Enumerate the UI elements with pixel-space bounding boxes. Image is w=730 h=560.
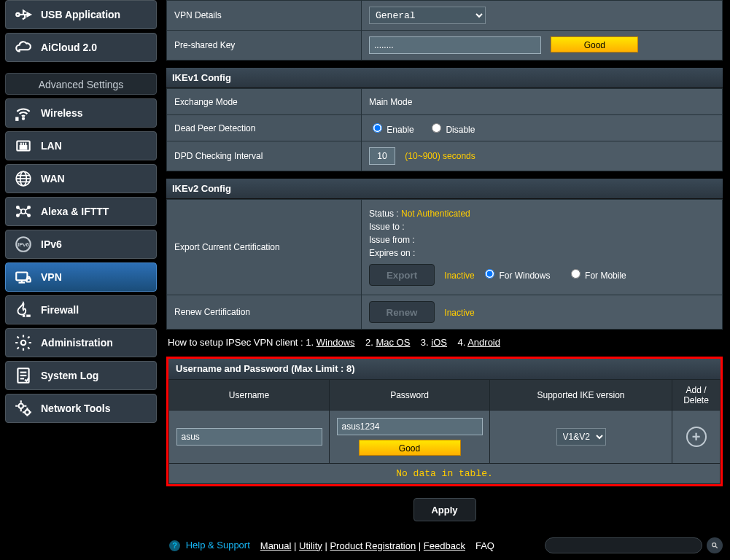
renew-cert-button[interactable]: Renew bbox=[369, 301, 435, 323]
help-support-link[interactable]: Help & Support bbox=[186, 540, 250, 551]
dpd-disable-radio[interactable] bbox=[432, 123, 441, 133]
howto-link-windows[interactable]: Windows bbox=[317, 337, 355, 348]
sidebar-item-vpn[interactable]: VPN bbox=[5, 262, 157, 292]
psk-strength-badge: Good bbox=[551, 36, 638, 52]
dpd-disable-option[interactable]: Disable bbox=[428, 125, 475, 135]
sidebar-item-ipv6[interactable]: IPv6 IPv6 bbox=[5, 230, 157, 259]
svg-text:IPv6: IPv6 bbox=[18, 241, 29, 248]
sidebar-item-label: WAN bbox=[41, 173, 65, 184]
svg-point-36 bbox=[19, 404, 24, 409]
sidebar-item-firewall[interactable]: Firewall bbox=[5, 295, 157, 324]
sidebar-item-label: Wireless bbox=[41, 107, 82, 119]
howto-link-macos[interactable]: Mac OS bbox=[376, 337, 410, 348]
lan-icon bbox=[13, 136, 34, 156]
user-table-highlight: Username and Password (Max Limit : 8) Us… bbox=[166, 357, 723, 486]
svg-point-31 bbox=[21, 341, 26, 346]
for-windows-option[interactable]: For Windows bbox=[481, 271, 550, 281]
sidebar-advanced-header: Advanced Settings bbox=[5, 73, 157, 95]
dpd-interval-input[interactable] bbox=[369, 147, 395, 165]
vpn-icon bbox=[13, 267, 34, 287]
footer-utility-link[interactable]: Utility bbox=[299, 540, 322, 551]
svg-rect-3 bbox=[16, 118, 18, 120]
psk-input[interactable] bbox=[369, 36, 541, 54]
dpd-enable-option[interactable]: Enable bbox=[369, 125, 414, 135]
ipv6-icon: IPv6 bbox=[13, 234, 34, 254]
footer-product-reg-link[interactable]: Product Registration bbox=[330, 540, 416, 551]
vpn-details-label: VPN Details bbox=[167, 1, 362, 31]
no-data-message: No data in table. bbox=[168, 464, 721, 484]
footer-faq-label: FAQ bbox=[475, 540, 494, 551]
user-table-header: Username and Password (Max Limit : 8) bbox=[168, 359, 721, 379]
sidebar-item-lan[interactable]: LAN bbox=[5, 131, 157, 160]
apply-button[interactable]: Apply bbox=[413, 498, 476, 521]
howto-link-android[interactable]: Android bbox=[467, 337, 500, 348]
col-ike-version: Supported IKE version bbox=[490, 380, 672, 411]
globe-icon bbox=[13, 168, 34, 189]
renew-cert-label: Renew Certification bbox=[167, 295, 362, 330]
svg-point-37 bbox=[25, 410, 29, 415]
svg-point-2 bbox=[23, 118, 24, 120]
ikev1-header: IKEv1 Config bbox=[166, 68, 723, 88]
svg-rect-29 bbox=[23, 315, 31, 317]
footer-manual-link[interactable]: Manual bbox=[260, 540, 292, 551]
svg-rect-28 bbox=[26, 279, 30, 281]
sidebar-item-aicloud[interactable]: AiCloud 2.0 bbox=[5, 33, 157, 62]
svg-point-38 bbox=[712, 543, 716, 547]
footer: ? Help & Support Manual | Utility | Prod… bbox=[166, 533, 723, 558]
for-windows-radio[interactable] bbox=[485, 269, 494, 279]
search-icon bbox=[711, 541, 718, 550]
faq-search-input[interactable] bbox=[545, 537, 702, 553]
sidebar-item-usb-application[interactable]: USB Application bbox=[5, 0, 157, 29]
sidebar-item-label: Alexa & IFTTT bbox=[41, 206, 109, 217]
export-cert-label: Export Current Certification bbox=[167, 200, 362, 295]
sidebar-item-label: System Log bbox=[41, 370, 98, 381]
cert-status-label: Status : bbox=[369, 209, 399, 219]
export-cert-button[interactable]: Export bbox=[369, 264, 435, 286]
svg-point-0 bbox=[16, 13, 19, 16]
renew-state: Inactive bbox=[444, 308, 474, 318]
user-input-row: Good V1&V2 + bbox=[169, 411, 721, 464]
log-icon bbox=[13, 365, 34, 386]
sidebar-item-label: Firewall bbox=[41, 304, 79, 316]
sidebar-item-label: Network Tools bbox=[41, 402, 110, 414]
cloud-icon bbox=[13, 37, 34, 58]
dpd-enable-radio[interactable] bbox=[373, 123, 382, 133]
svg-rect-5 bbox=[20, 146, 27, 149]
footer-feedback-link[interactable]: Feedback bbox=[424, 540, 465, 551]
sidebar-item-wan[interactable]: WAN bbox=[5, 164, 157, 193]
howto-link-ios[interactable]: iOS bbox=[431, 337, 447, 348]
for-mobile-radio[interactable] bbox=[571, 269, 580, 279]
ikev2-header: IKEv2 Config bbox=[166, 179, 723, 199]
col-username: Username bbox=[169, 380, 330, 411]
cert-issue-to: Issue to : bbox=[369, 222, 715, 232]
svg-line-39 bbox=[715, 546, 718, 548]
sidebar-item-alexa-ifttt[interactable]: Alexa & IFTTT bbox=[5, 197, 157, 226]
cert-expires: Expires on : bbox=[369, 248, 715, 258]
sidebar-item-network-tools[interactable]: Network Tools bbox=[5, 394, 157, 423]
for-mobile-option[interactable]: For Mobile bbox=[567, 271, 626, 281]
gear-icon bbox=[13, 332, 34, 353]
faq-search-button[interactable] bbox=[707, 537, 723, 553]
dpd-label: Dead Peer Detection bbox=[167, 115, 362, 141]
add-user-button[interactable]: + bbox=[686, 427, 707, 447]
sidebar-item-system-log[interactable]: System Log bbox=[5, 361, 157, 390]
svg-point-14 bbox=[21, 209, 26, 214]
fire-icon bbox=[13, 300, 34, 320]
vpn-details-select[interactable]: General bbox=[369, 7, 486, 24]
sidebar-item-administration[interactable]: Administration bbox=[5, 328, 157, 357]
password-input[interactable] bbox=[337, 418, 483, 435]
username-input[interactable] bbox=[176, 428, 322, 446]
password-strength-badge: Good bbox=[359, 440, 461, 456]
sidebar-item-label: IPv6 bbox=[41, 238, 62, 250]
psk-label: Pre-shared Key bbox=[167, 31, 362, 61]
export-state: Inactive bbox=[444, 271, 474, 281]
cert-status-value: Not Authenticated bbox=[401, 209, 470, 219]
exchange-mode-label: Exchange Mode bbox=[167, 89, 362, 115]
tools-icon bbox=[13, 398, 34, 419]
main-content: VPN Details General Pre-shared Key Good … bbox=[162, 0, 730, 560]
col-add-delete: Add / Delete bbox=[672, 380, 721, 411]
ike-version-select[interactable]: V1&V2 bbox=[556, 428, 606, 446]
sidebar: USB Application AiCloud 2.0 Advanced Set… bbox=[0, 0, 162, 560]
sidebar-item-label: USB Application bbox=[41, 9, 120, 20]
sidebar-item-wireless[interactable]: Wireless bbox=[5, 98, 157, 128]
